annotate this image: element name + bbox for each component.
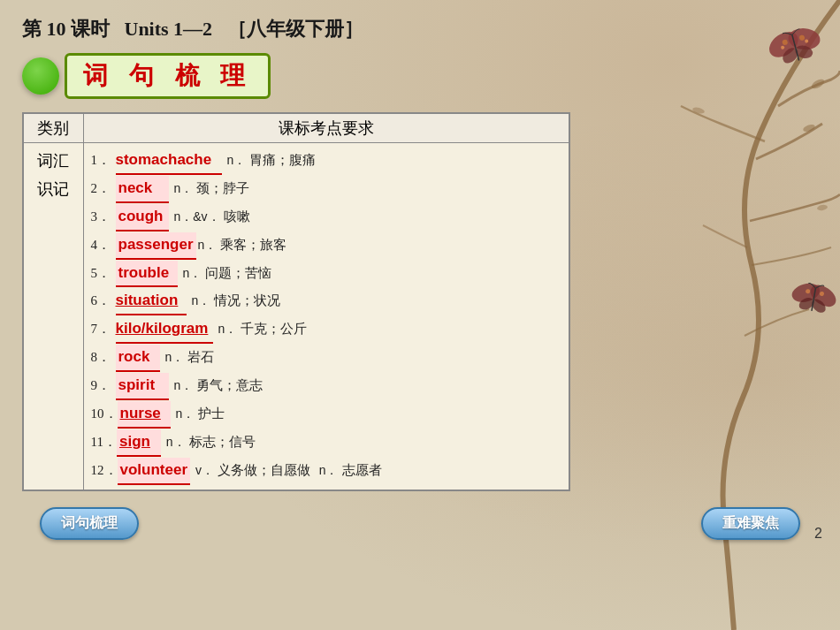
row-num: 3． [91,206,116,229]
row-num: 12． [91,459,118,482]
list-item: 6． situation n． 情况；状况 [91,288,562,315]
meaning-10: 护士 [198,403,225,426]
meaning-6: 情况；状况 [214,290,280,313]
meaning-12: 义务做；自愿做 [218,459,310,482]
lesson-label: 第 10 课时 [22,16,110,42]
meaning-8: 岩石 [187,346,214,369]
vocabulary-table: 类别 课标考点要求 词汇识记 1． stomachache n． 胃痛；腹痛 [22,112,570,491]
pos-2: n． [171,178,194,200]
row-num: 10． [91,403,118,426]
meaning-9: 勇气；意志 [196,375,263,398]
pos-4: n． [198,235,218,256]
pos-1: n． [224,150,247,171]
page-number: 2 [814,526,822,542]
list-item: 4． passengern． 乘客；旅客 [91,232,562,260]
list-item: 8． rock n． 岩石 [91,345,562,372]
section-title: 词 句 梳 理 [65,53,271,99]
meaning-1: 胃痛；腹痛 [249,149,316,172]
word-stomachache: stomachache [116,148,222,175]
pos-5: n． [179,263,202,285]
list-item: 7． kilo/kilogram n． 千克；公斤 [91,316,562,344]
category-cell: 词汇识记 [23,143,83,490]
row-num: 7． [91,318,116,341]
word-neck: neck [116,176,169,203]
grade-label: ［八年级下册］ [227,16,363,42]
list-item: 11． sign n． 标志；信号 [91,429,562,457]
pos-9: n． [171,376,194,397]
word-sign: sign [117,429,161,457]
meaning-4: 乘客；旅客 [220,234,286,257]
section-badge: 词 句 梳 理 [22,53,271,99]
pos-10: n． [172,404,195,425]
pos-7: n． [215,319,238,340]
word-rock: rock [116,345,160,372]
col-category-header: 类别 [23,113,83,143]
list-item: 5． trouble n． 问题；苦恼 [91,261,562,288]
word-trouble: trouble [116,261,178,288]
list-item: 9． spirit n． 勇气；意志 [91,373,562,400]
word-spirit: spirit [116,373,169,400]
list-item: 10． nurse n． 护士 [91,401,562,429]
header: 第 10 课时 Units 1—2 ［八年级下册］ [13,9,827,53]
word-passenger: passenger [116,232,196,260]
word-situation: situation [116,288,187,315]
pos-6: n． [188,291,211,312]
pos-12: v． [192,460,214,482]
list-item: 12． volunteer v． 义务做；自愿做 n． 志愿者 [91,458,562,485]
vocab-review-button[interactable]: 词句梳理 [40,507,139,540]
pos-11: n． [163,432,186,453]
word-kilo: kilo/kilogram [116,316,213,344]
list-item: 3． cough n．&v． 咳嗽 [91,204,562,232]
row-num: 4． [91,234,116,257]
row-num: 5． [91,262,116,285]
meaning-5: 问题；苦恼 [205,262,271,285]
list-item: 2． neck n． 颈；脖子 [91,176,562,203]
row-num: 6． [91,290,116,313]
meaning-7: 千克；公斤 [241,318,307,341]
row-num: 1． [91,149,116,172]
row-num: 11． [91,431,117,454]
meaning-11: 标志；信号 [189,431,256,454]
word-cough: cough [116,204,169,232]
green-circle-icon [22,57,59,95]
meaning-12b: 志愿者 [342,459,382,482]
meaning-3: 咳嗽 [224,206,250,229]
content-cell: 1． stomachache n． 胃痛；腹痛 2． neck n． 颈；脖子 [83,143,569,490]
category-text: 词汇识记 [37,152,69,198]
meaning-2: 颈；脖子 [196,178,249,201]
pos-3: n．&v． [171,207,220,228]
row-num: 2． [91,178,116,201]
table-body-row: 词汇识记 1． stomachache n． 胃痛；腹痛 2． neck n． [23,143,569,490]
col-content-header: 课标考点要求 [83,113,569,143]
units-label: Units 1—2 [125,18,213,41]
footer: 词句梳理 重难聚焦 [13,498,827,549]
word-volunteer: volunteer [118,458,191,485]
list-item: 1． stomachache n． 胃痛；腹痛 [91,148,562,175]
word-nurse: nurse [118,401,171,429]
pos-8: n． [162,347,185,368]
row-num: 8． [91,346,116,369]
pos-12b: n． [312,460,339,482]
row-num: 9． [91,375,116,398]
key-points-button[interactable]: 重难聚焦 [701,507,800,540]
